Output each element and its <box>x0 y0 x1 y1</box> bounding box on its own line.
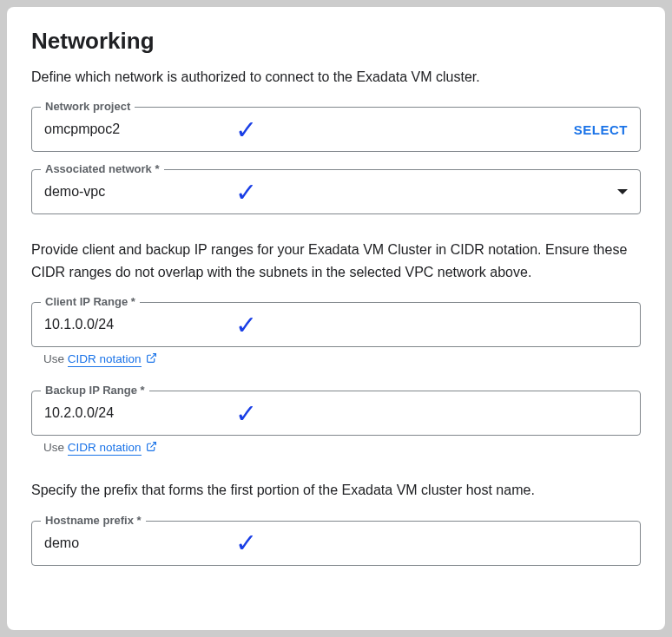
checkmark-icon: ✓ <box>235 177 617 207</box>
network-project-input[interactable] <box>44 121 235 137</box>
select-button[interactable]: SELECT <box>574 122 628 137</box>
chevron-down-icon[interactable] <box>617 189 628 194</box>
page-title: Networking <box>31 28 641 55</box>
networking-description: Define which network is authorized to co… <box>31 67 641 88</box>
client-ip-outline: Client IP Range * ✓ <box>31 302 641 347</box>
checkmark-icon: ✓ <box>235 310 628 340</box>
associated-network-label: Associated network * <box>41 162 164 175</box>
backup-ip-outline: Backup IP Range * ✓ <box>31 391 641 436</box>
backup-ip-input[interactable] <box>44 405 235 421</box>
networking-card: Networking Define which network is autho… <box>7 7 665 630</box>
svg-line-0 <box>151 354 156 359</box>
hostname-prefix-label: Hostname prefix * <box>41 514 146 527</box>
network-project-field: Network project ✓ SELECT <box>31 107 641 152</box>
checkmark-icon: ✓ <box>235 528 628 558</box>
network-project-label: Network project <box>41 100 135 113</box>
associated-network-field: Associated network * demo-vpc ✓ <box>31 169 641 214</box>
client-ip-input[interactable] <box>44 317 235 332</box>
cidr-notation-link[interactable]: CIDR notation <box>68 352 142 367</box>
backup-ip-label: Backup IP Range * <box>41 384 149 397</box>
checkmark-icon: ✓ <box>235 115 574 145</box>
checkmark-icon: ✓ <box>235 398 628 429</box>
external-link-icon <box>146 441 157 455</box>
associated-network-value: demo-vpc <box>44 184 235 200</box>
associated-network-outline[interactable]: Associated network * demo-vpc ✓ <box>31 169 641 214</box>
client-ip-field: Client IP Range * ✓ Use CIDR notation <box>31 302 641 366</box>
hostname-description: Specify the prefix that forms the first … <box>31 479 641 502</box>
helper-prefix: Use <box>43 441 68 454</box>
client-ip-label: Client IP Range * <box>41 295 140 308</box>
hostname-prefix-input[interactable] <box>44 535 235 551</box>
backup-ip-helper: Use CIDR notation <box>31 441 641 455</box>
ip-ranges-description: Provide client and backup IP ranges for … <box>31 239 641 283</box>
svg-line-1 <box>151 443 156 448</box>
network-project-outline: Network project ✓ SELECT <box>31 107 641 152</box>
hostname-prefix-outline: Hostname prefix * ✓ <box>31 521 641 566</box>
external-link-icon <box>146 352 157 366</box>
cidr-notation-link[interactable]: CIDR notation <box>68 441 142 456</box>
backup-ip-field: Backup IP Range * ✓ Use CIDR notation <box>31 391 641 455</box>
client-ip-helper: Use CIDR notation <box>31 352 641 366</box>
helper-prefix: Use <box>43 352 68 365</box>
hostname-prefix-field: Hostname prefix * ✓ <box>31 521 641 566</box>
